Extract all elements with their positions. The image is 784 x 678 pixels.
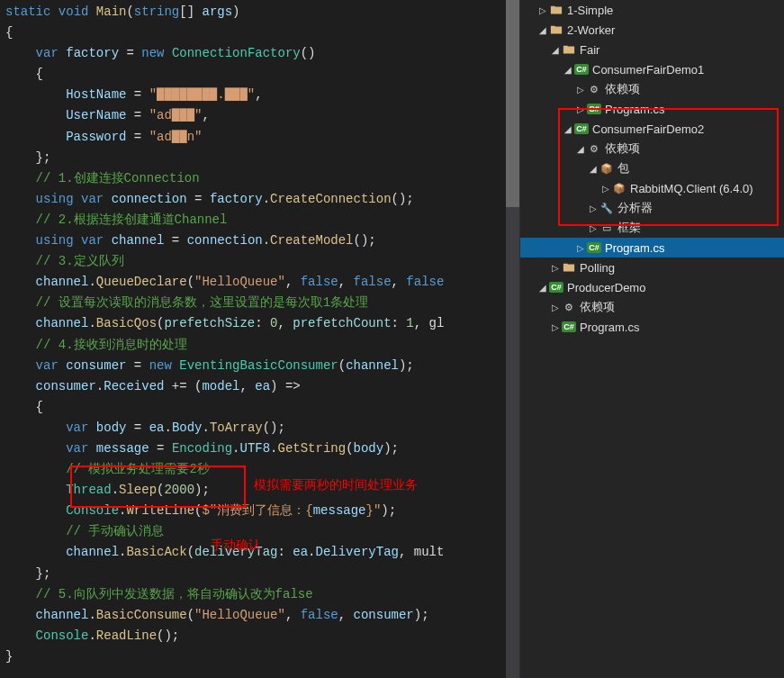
code-line: var body = ea.Body.ToArray();	[5, 418, 514, 438]
tree-label: 2-Worker	[567, 23, 615, 37]
code-line: // 设置每次读取的消息条数，这里设置的是每次取1条处理	[5, 293, 514, 313]
code-scrollbar[interactable]	[506, 0, 519, 678]
gear-icon: ⚙	[587, 82, 601, 96]
solution-explorer[interactable]: ▷1-Simple◢2-Worker◢Fair◢C#ConsumerFairDe…	[519, 0, 784, 678]
code-content: static void Main(string[] args){ var fac…	[0, 0, 519, 669]
annotation-ack: 手动确认	[211, 538, 261, 554]
tree-label: Program.cs	[605, 241, 664, 255]
tree-item----[interactable]: ▷⚙依赖项	[520, 79, 784, 99]
expand-icon[interactable]: ▷	[549, 322, 562, 332]
code-line: // 2.根据连接创建通道Channel	[5, 210, 514, 231]
scrollbar-thumb[interactable]	[506, 0, 519, 207]
tree-item-1-simple[interactable]: ▷1-Simple	[520, 0, 784, 20]
code-line: var message = Encoding.UTF8.GetString(bo…	[5, 438, 514, 459]
expand-icon[interactable]: ▷	[574, 85, 587, 95]
tree-label: 依赖项	[580, 299, 615, 315]
tree-item----[interactable]: ▷⚙依赖项	[520, 297, 784, 317]
expand-icon[interactable]: ▷	[549, 303, 562, 312]
tree-item-fair[interactable]: ◢Fair	[520, 40, 784, 59]
folder-icon	[549, 23, 563, 37]
code-line: Password = "ad██n"	[5, 127, 514, 148]
tree-label: Program.cs	[580, 321, 639, 334]
code-line: };	[5, 148, 514, 168]
code-line: consumer.Received += (model, ea) =>	[5, 376, 514, 397]
csfolder-icon: C#	[574, 62, 589, 77]
csfile-icon: C#	[587, 240, 601, 255]
folder-icon	[562, 260, 576, 275]
expand-icon[interactable]: ▷	[574, 243, 587, 253]
expand-icon[interactable]: ▷	[549, 263, 562, 273]
folder-icon	[549, 3, 563, 17]
tree-label: ConsumerFairDemo1	[592, 63, 704, 77]
expand-icon[interactable]: ◢	[536, 25, 549, 35]
code-line: channel.BasicConsume("HelloQueue", false…	[5, 605, 514, 626]
code-line: using var channel = connection.CreateMod…	[5, 231, 514, 251]
csfolder-icon: C#	[549, 280, 563, 294]
tree-label: 依赖项	[605, 81, 640, 97]
code-line: HostName = "████████.███",	[5, 85, 514, 105]
gear-icon: ⚙	[562, 300, 576, 314]
code-line: UserName = "ad███",	[5, 105, 514, 126]
highlight-box-project	[558, 108, 779, 226]
tree-item-consumerfairdemo1[interactable]: ◢C#ConsumerFairDemo1	[520, 59, 784, 79]
tree-label: 1-Simple	[567, 4, 613, 17]
tree-item-2-worker[interactable]: ◢2-Worker	[520, 20, 784, 40]
code-line: // 3.定义队列	[5, 251, 514, 272]
highlight-box-thread	[70, 466, 246, 508]
tree-item-program-cs[interactable]: ▷C#Program.cs	[520, 317, 784, 337]
code-line: static void Main(string[] args)	[5, 2, 514, 23]
code-line: // 5.向队列中发送数据，将自动确认改为false	[5, 584, 514, 605]
code-line: var consumer = new EventingBasicConsumer…	[5, 356, 514, 376]
code-line: {	[5, 397, 514, 418]
folder-icon	[562, 42, 576, 57]
code-line: channel.BasicQos(prefetchSize: 0, prefet…	[5, 313, 514, 334]
code-line: {	[5, 64, 514, 85]
expand-icon[interactable]: ▷	[536, 5, 549, 15]
csfile-icon: C#	[562, 320, 576, 334]
tree-item-producerdemo[interactable]: ◢C#ProducerDemo	[520, 277, 784, 297]
tree-label: Fair	[580, 43, 599, 57]
tree-label: Polling	[580, 261, 615, 275]
code-line: {	[5, 23, 514, 43]
code-line: }	[5, 646, 514, 667]
annotation-sim: 模拟需要两秒的时间处理业务	[254, 477, 418, 493]
code-line: // 4.接收到消息时的处理	[5, 335, 514, 356]
code-line: };	[5, 564, 514, 584]
tree-item-program-cs[interactable]: ▷C#Program.cs	[520, 238, 784, 258]
code-line: channel.QueueDeclare("HelloQueue", false…	[5, 272, 514, 293]
code-editor[interactable]: static void Main(string[] args){ var fac…	[0, 0, 519, 678]
code-line: // 1.创建连接Connection	[5, 168, 514, 189]
tree-label: ProducerDemo	[567, 281, 645, 294]
expand-icon[interactable]: ◢	[562, 65, 574, 75]
code-line: using var connection = factory.CreateCon…	[5, 189, 514, 210]
tree-item-polling[interactable]: ▷Polling	[520, 258, 784, 277]
code-line: var factory = new ConnectionFactory()	[5, 43, 514, 64]
expand-icon[interactable]: ◢	[549, 45, 562, 55]
expand-icon[interactable]: ◢	[536, 283, 549, 293]
code-line: Console.ReadLine();	[5, 626, 514, 646]
